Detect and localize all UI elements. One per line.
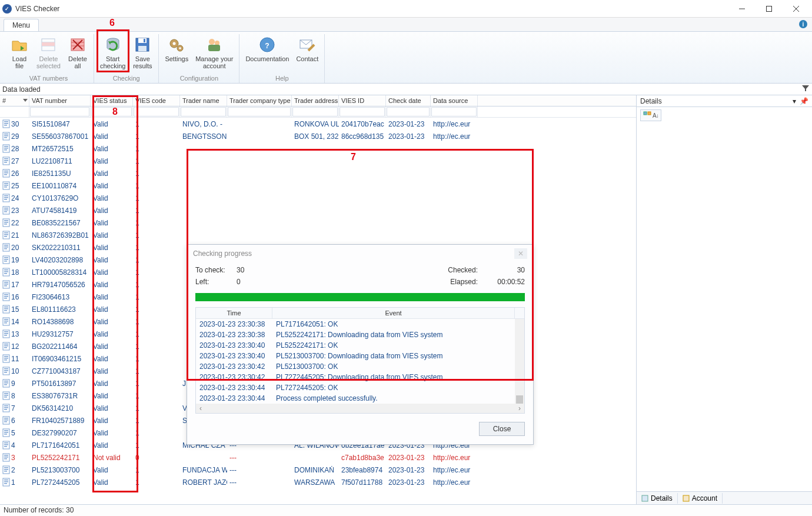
- row-index-cell: 2: [0, 465, 29, 474]
- log-event: PL5252242171: Downloading data from VIES…: [272, 330, 524, 339]
- filter-input[interactable]: [340, 107, 385, 116]
- table-row[interactable]: 27LU22108711Valid1: [0, 155, 636, 167]
- filter-input[interactable]: [30, 107, 89, 116]
- progress-bar: [195, 293, 525, 301]
- table-row[interactable]: 2PL5213003700Valid1FUNDACJA W---DOMINIKA…: [0, 464, 636, 476]
- table-row[interactable]: 24CY10137629OValid1: [0, 192, 636, 204]
- row-index-cell: 14: [0, 317, 29, 326]
- table-row[interactable]: 30SI51510847Valid1NIVO, D.O. -RONKOVA UL…: [0, 118, 636, 130]
- tab-menu[interactable]: Menu: [4, 19, 39, 31]
- svg-rect-48: [4, 171, 8, 172]
- svg-rect-42: [4, 149, 7, 151]
- filter-input[interactable]: [181, 107, 226, 116]
- svg-rect-121: [4, 395, 8, 396]
- filter-input[interactable]: [387, 107, 430, 116]
- svg-rect-38: [4, 137, 7, 138]
- table-row[interactable]: 21NL863726392B01Valid1: [0, 229, 636, 241]
- details-tab-details[interactable]: Details: [637, 493, 678, 504]
- row-index-cell: 5: [0, 428, 29, 437]
- log-header-time[interactable]: Time: [196, 308, 272, 318]
- start-checking-button[interactable]: Start checking: [96, 34, 129, 71]
- svg-rect-86: [4, 285, 7, 287]
- column-header[interactable]: VIES status: [91, 95, 133, 106]
- documentation-button[interactable]: ?Documentation: [242, 34, 292, 64]
- settings-button[interactable]: Settings: [161, 34, 192, 71]
- vies-code-cell: 1: [133, 379, 180, 388]
- column-header[interactable]: Check date: [386, 95, 431, 106]
- table-row[interactable]: 26IE8251135UValid1: [0, 167, 636, 179]
- filter-input[interactable]: [91, 107, 132, 116]
- vies-status-cell: Valid: [91, 293, 133, 301]
- checked-label: Checked:: [437, 266, 478, 274]
- table-row[interactable]: 22BE0835221567Valid1: [0, 217, 636, 229]
- column-header[interactable]: Data source: [431, 95, 478, 106]
- button-label: Start checking: [100, 55, 125, 69]
- table-row[interactable]: 3PL5252242171Not valid0---c7ab1d8ba3e202…: [0, 451, 636, 464]
- sort-dropdown-icon[interactable]: [23, 99, 28, 102]
- button-label: Save results: [133, 55, 152, 69]
- table-row[interactable]: 23ATU74581419Valid1: [0, 204, 636, 217]
- scroll-right-icon[interactable]: ›: [515, 404, 524, 413]
- svg-rect-108: [4, 356, 8, 357]
- delete-all-button[interactable]: Delete all: [64, 34, 91, 71]
- column-header[interactable]: VAT number: [29, 95, 91, 106]
- column-header[interactable]: Trader name: [180, 95, 227, 106]
- svg-rect-37: [4, 135, 8, 137]
- vies-status-cell: Valid: [91, 330, 133, 338]
- log-time: 2023-01-23 23:30:38: [196, 330, 272, 339]
- sort-button[interactable]: A↓: [640, 109, 661, 121]
- pin-icon[interactable]: 📌: [800, 97, 808, 105]
- vies-code-cell: 1: [133, 342, 180, 351]
- row-index-cell: 9: [0, 379, 29, 388]
- vies-id-cell: c7ab1d8ba3e: [339, 454, 386, 462]
- maximize-button[interactable]: [756, 0, 783, 18]
- filter-icon[interactable]: [801, 84, 810, 94]
- data-source-cell: http://ec.eur: [431, 454, 478, 462]
- table-row[interactable]: 25EE100110874Valid1: [0, 179, 636, 192]
- log-scrollbar-horizontal[interactable]: ‹ ›: [196, 404, 524, 413]
- vies-status-cell: Valid: [91, 281, 133, 289]
- close-button[interactable]: Close: [479, 422, 525, 436]
- button-label: Contact: [296, 55, 318, 62]
- filter-cell: [91, 106, 133, 117]
- table-row[interactable]: 28MT26572515Valid1: [0, 142, 636, 155]
- filter-input[interactable]: [292, 107, 338, 116]
- vies-status-cell: Valid: [91, 219, 133, 227]
- save-results-button[interactable]: Save results: [129, 34, 156, 71]
- info-icon[interactable]: i: [799, 20, 807, 28]
- vies-status-cell: Valid: [91, 157, 133, 165]
- record-count: Number of records: 30: [4, 506, 74, 514]
- filter-input[interactable]: [134, 107, 179, 116]
- ribbon-group-label: VAT numbers: [29, 75, 68, 82]
- to-check-value: 30: [237, 266, 437, 274]
- details-tab-account[interactable]: Account: [678, 493, 723, 504]
- check-date-cell: 2023-01-23: [386, 466, 431, 474]
- column-header[interactable]: VIES ID: [339, 95, 386, 106]
- svg-rect-58: [4, 199, 7, 200]
- scroll-left-icon[interactable]: ‹: [196, 404, 205, 413]
- dialog-close-icon[interactable]: ✕: [514, 248, 527, 259]
- contact-button[interactable]: Contact: [292, 34, 322, 64]
- dropdown-icon[interactable]: ▾: [793, 97, 796, 105]
- log-header-event[interactable]: Event: [272, 308, 515, 318]
- log-scrollbar-vertical[interactable]: [515, 319, 524, 404]
- main-area: #VAT numberVIES statusVIES codeTrader na…: [0, 95, 812, 504]
- column-header[interactable]: #: [0, 95, 29, 106]
- column-header[interactable]: VIES code: [133, 95, 180, 106]
- minimize-button[interactable]: [728, 0, 756, 18]
- vies-code-cell: 1: [133, 404, 180, 412]
- close-button[interactable]: [783, 0, 810, 18]
- filter-input[interactable]: [228, 107, 291, 116]
- manage-account-button[interactable]: Manage your account: [192, 34, 237, 71]
- column-header[interactable]: Trader company type: [227, 95, 292, 106]
- details-pane: Details ▾ 📌 A↓ Details Account: [637, 95, 812, 504]
- column-header[interactable]: Trader address: [292, 95, 339, 106]
- svg-rect-153: [642, 495, 648, 501]
- load-file-button[interactable]: Load file: [6, 34, 33, 71]
- table-row[interactable]: 29SE556037867001Valid1BENGTSSONBOX 501, …: [0, 130, 636, 142]
- table-row[interactable]: 1PL7272445205Valid1ROBERT JAZC---WARSZAW…: [0, 476, 636, 488]
- log-body[interactable]: 2023-01-23 23:30:38PL7171642051: OK2023-…: [196, 319, 524, 404]
- filter-input[interactable]: [431, 107, 477, 116]
- row-index-cell: 4: [0, 441, 29, 450]
- row-index-cell: 24: [0, 194, 29, 202]
